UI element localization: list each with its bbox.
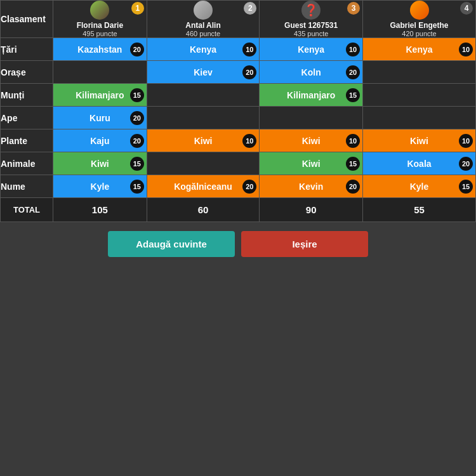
total-p2: 60 [147,198,260,222]
row-label-0: Țări [1,38,53,61]
cell-r6-c2: Kevin20 [260,175,363,198]
row-0: ȚăriKazahstan20Kenya10Kenya10Kenya10 [1,38,476,61]
player-3-name: Guest 1267531 [284,21,338,30]
player-3-avatar: ❓ [301,1,321,20]
score-bubble-r1-c2: 20 [346,65,360,79]
cell-r0-c1: Kenya10 [147,38,260,61]
buttons-row: Adaugă cuvinte Ieșire [0,222,476,263]
cell-r0-c3: Kenya10 [363,38,476,61]
total-p3: 90 [260,198,363,222]
cell-r5-c0: Kiwi15 [53,152,147,175]
score-bubble-r5-c0: 15 [130,157,144,171]
row-label-5: Animale [1,152,53,175]
clasament-label: Clasament [1,1,53,38]
cell-r0-c2: Kenya10 [260,38,363,61]
cell-r2-c2: Kilimanjaro15 [260,84,363,107]
row-5: AnimaleKiwi15Kiwi15Koala20 [1,152,476,175]
player-2-avatar [194,1,213,20]
cell-r4-c1: Kiwi10 [147,129,260,152]
player-3-rank: 3 [347,2,360,15]
score-bubble-r6-c2: 20 [346,180,360,194]
score-bubble-r4-c0: 20 [130,134,144,148]
cell-r6-c0: Kyle15 [53,175,147,198]
player-1-name: Florina Darie [77,21,123,30]
player-3-points: 435 puncte [294,30,328,37]
cell-r4-c3: Kiwi10 [363,129,476,152]
cell-r0-c0: Kazahstan20 [53,38,147,61]
score-bubble-r1-c1: 20 [242,65,256,79]
score-bubble-r6-c0: 15 [130,180,144,194]
row-6: NumeKyle15Kogălniceanu20Kevin20Kyle15 [1,175,476,198]
exit-button[interactable]: Ieșire [241,231,368,257]
player-2-name: Antal Alin [185,21,221,30]
total-p4: 55 [363,198,476,222]
cell-r2-c0: Kilimanjaro15 [53,84,147,107]
row-3: ApeKuru20 [1,107,476,129]
score-bubble-r5-c3: 20 [459,157,473,171]
total-p1: 105 [53,198,147,222]
score-bubble-r5-c2: 15 [346,157,360,171]
score-bubble-r4-c2: 10 [346,134,360,148]
cell-r3-c2 [260,107,363,129]
player-4-avatar [410,1,429,20]
player-1-header: Florina Darie 495 puncte 1 [53,1,147,38]
cell-r5-c2: Kiwi15 [260,152,363,175]
cell-r3-c0: Kuru20 [53,107,147,129]
score-bubble-r2-c0: 15 [130,88,144,102]
cell-r1-c0 [53,61,147,84]
player-4-header: Gabriel Engethe 420 puncte 4 [363,1,476,38]
player-1-points: 495 puncte [83,30,117,37]
score-bubble-r0-c0: 20 [130,43,144,56]
cell-r1-c1: Kiev20 [147,61,260,84]
score-bubble-r0-c2: 10 [346,43,360,56]
header-row: Clasament Florina Darie 495 puncte 1 Ant… [1,1,476,38]
cell-r3-c1 [147,107,260,129]
score-bubble-r4-c3: 10 [459,134,473,148]
cell-r5-c1 [147,152,260,175]
row-1: OrașeKiev20Koln20 [1,61,476,84]
score-bubble-r6-c1: 20 [242,180,256,194]
row-label-6: Nume [1,175,53,198]
score-bubble-r3-c0: 20 [130,111,144,125]
cell-r2-c1 [147,84,260,107]
score-bubble-r6-c3: 15 [459,180,473,194]
row-label-3: Ape [1,107,53,129]
player-4-name: Gabriel Engethe [390,21,448,30]
cell-r1-c2: Koln20 [260,61,363,84]
row-label-4: Plante [1,129,53,152]
score-bubble-r0-c1: 10 [242,43,256,56]
cell-r6-c1: Kogălniceanu20 [147,175,260,198]
score-bubble-r0-c3: 10 [459,43,473,56]
row-label-1: Orașe [1,61,53,84]
score-bubble-r2-c2: 15 [346,88,360,102]
cell-r5-c3: Koala20 [363,152,476,175]
row-2: MunțiKilimanjaro15Kilimanjaro15 [1,84,476,107]
cell-r3-c3 [363,107,476,129]
cell-r4-c0: Kaju20 [53,129,147,152]
player-3-header: ❓ Guest 1267531 435 puncte 3 [260,1,363,38]
add-words-button[interactable]: Adaugă cuvinte [108,231,235,257]
cell-r6-c3: Kyle15 [363,175,476,198]
player-2-points: 460 puncte [186,30,220,37]
cell-r4-c2: Kiwi10 [260,129,363,152]
player-1-rank: 1 [131,2,144,15]
cell-r1-c3 [363,61,476,84]
row-label-2: Munți [1,84,53,107]
player-4-rank: 4 [460,2,473,15]
player-4-points: 420 puncte [402,30,436,37]
game-table: Clasament Florina Darie 495 puncte 1 Ant… [0,0,476,222]
table-body: ȚăriKazahstan20Kenya10Kenya10Kenya10Oraș… [1,38,476,198]
score-bubble-r4-c1: 10 [242,134,256,148]
cell-r2-c3 [363,84,476,107]
row-4: PlanteKaju20Kiwi10Kiwi10Kiwi10 [1,129,476,152]
total-row: TOTAL 105 60 90 55 [1,198,476,222]
total-label: TOTAL [1,198,53,222]
player-2-header: Antal Alin 460 puncte 2 [147,1,260,38]
player-1-avatar [90,1,109,20]
